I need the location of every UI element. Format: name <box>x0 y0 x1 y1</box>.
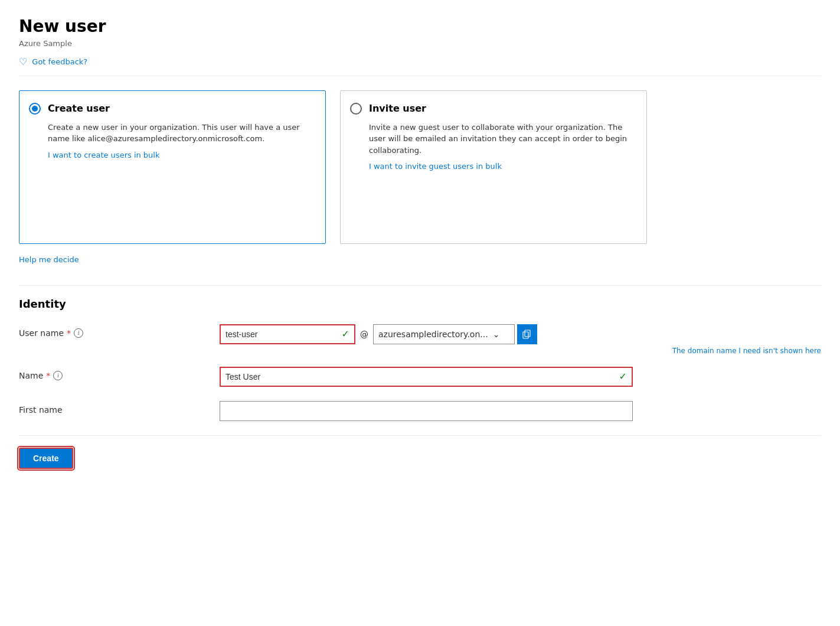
username-info-icon[interactable]: i <box>74 328 83 338</box>
username-input-row: ✓ @ azuresampledirectory.on... ⌄ <box>220 324 821 344</box>
name-label: Name * i <box>19 367 220 380</box>
username-input-wrap: ✓ <box>220 324 355 344</box>
username-input[interactable] <box>225 330 339 339</box>
domain-value: azuresampledirectory.on... <box>378 330 488 339</box>
heart-icon: ♡ <box>19 56 27 67</box>
invite-bulk-link[interactable]: I want to invite guest users in bulk <box>369 162 635 171</box>
username-required-star: * <box>67 328 71 338</box>
invite-user-desc: Invite a new guest user to collaborate w… <box>369 122 635 156</box>
name-input[interactable] <box>225 372 619 382</box>
name-check-icon: ✓ <box>619 371 627 382</box>
create-user-desc: Create a new user in your organization. … <box>48 122 313 145</box>
help-decide-link[interactable]: Help me decide <box>19 255 79 264</box>
name-row: Name * i ✓ <box>19 367 821 389</box>
first-name-control-group <box>220 401 821 421</box>
page-subtitle: Azure Sample <box>19 39 821 48</box>
create-button[interactable]: Create <box>19 448 73 469</box>
username-check-icon: ✓ <box>342 328 349 340</box>
first-name-row: First name <box>19 401 821 423</box>
first-name-input-wrap <box>220 401 633 421</box>
identity-section-title: Identity <box>19 285 821 310</box>
first-name-input[interactable] <box>225 406 627 416</box>
create-bulk-link[interactable]: I want to create users in bulk <box>48 151 313 159</box>
username-label: User name * i <box>19 324 220 338</box>
name-control-group: ✓ <box>220 367 821 387</box>
invite-user-title: Invite user <box>369 103 426 114</box>
create-user-title: Create user <box>48 103 110 114</box>
copy-icon <box>522 330 532 339</box>
name-required-star: * <box>46 371 50 380</box>
domain-select[interactable]: azuresampledirectory.on... ⌄ <box>373 324 515 344</box>
first-name-label-text: First name <box>19 405 63 415</box>
page-title: New user <box>19 17 821 37</box>
create-user-card-header: Create user <box>29 103 313 115</box>
create-user-radio-inner <box>32 106 38 112</box>
invite-user-radio[interactable] <box>350 103 362 115</box>
page-container: New user Azure Sample ♡ Got feedback? Cr… <box>0 0 840 626</box>
name-input-wrap: ✓ <box>220 367 633 387</box>
svg-rect-0 <box>525 330 530 337</box>
username-label-text: User name <box>19 328 64 338</box>
copy-username-button[interactable] <box>517 324 537 344</box>
name-info-icon[interactable]: i <box>53 371 63 380</box>
name-label-text: Name <box>19 371 43 380</box>
feedback-row: ♡ Got feedback? <box>19 56 821 76</box>
bottom-divider <box>19 435 821 436</box>
option-cards: Create user Create a new user in your or… <box>19 90 821 244</box>
invite-user-card[interactable]: Invite user Invite a new guest user to c… <box>340 90 647 244</box>
first-name-label: First name <box>19 401 220 415</box>
invite-user-card-header: Invite user <box>350 103 635 115</box>
feedback-link[interactable]: Got feedback? <box>32 57 87 66</box>
username-row: User name * i ✓ @ azuresampledirectory.o… <box>19 324 821 355</box>
create-user-card[interactable]: Create user Create a new user in your or… <box>19 90 326 244</box>
username-control-group: ✓ @ azuresampledirectory.on... ⌄ The dom… <box>220 324 821 355</box>
at-sign: @ <box>360 330 368 339</box>
domain-chevron-icon: ⌄ <box>493 330 509 339</box>
svg-rect-1 <box>523 332 528 338</box>
create-user-radio[interactable] <box>29 103 41 115</box>
domain-help-link[interactable]: The domain name I need isn't shown here <box>220 347 821 355</box>
